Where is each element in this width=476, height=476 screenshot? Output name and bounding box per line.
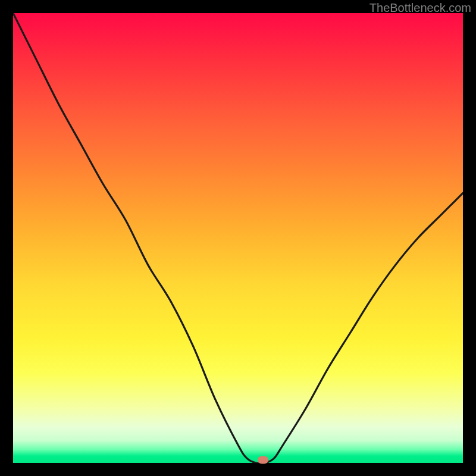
bottleneck-curve (13, 13, 463, 463)
optimal-marker (258, 456, 268, 464)
watermark-text: TheBottleneck.com (369, 1, 471, 15)
plot-area (13, 13, 463, 463)
chart-frame: TheBottleneck.com (0, 0, 476, 476)
